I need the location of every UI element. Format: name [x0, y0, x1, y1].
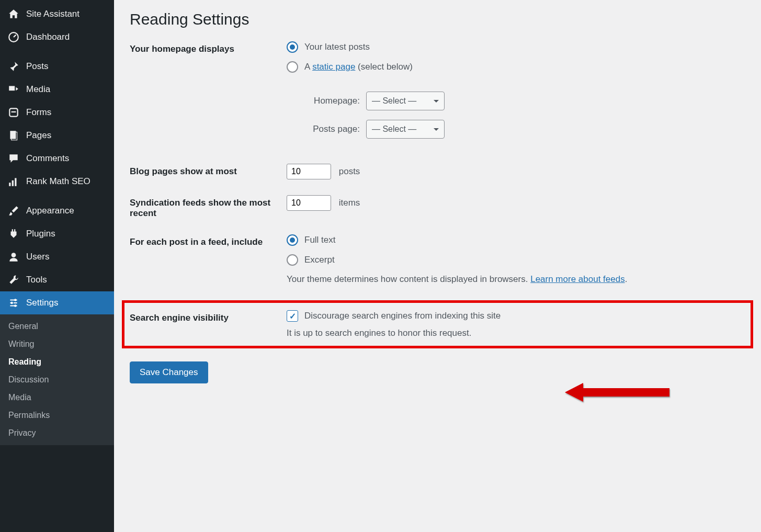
sidebar-item-label: Comments: [26, 153, 69, 164]
settings-submenu: General Writing Reading Discussion Media…: [0, 314, 114, 445]
sidebar-item-site-assistant[interactable]: Site Assistant: [0, 3, 114, 26]
sidebar-item-users[interactable]: Users: [0, 245, 114, 268]
visibility-description: It is up to search engines to honor this…: [287, 328, 745, 338]
static-page-link[interactable]: static page: [312, 62, 355, 72]
feed-description: Your theme determines how content is dis…: [287, 274, 745, 285]
user-icon: [7, 251, 20, 263]
brush-icon: [7, 205, 20, 217]
homepage-displays-label: Your homepage displays: [130, 41, 287, 54]
sidebar-item-label: Appearance: [26, 206, 74, 216]
submenu-item-media[interactable]: Media: [0, 389, 114, 406]
pin-icon: [7, 60, 20, 73]
save-changes-button[interactable]: Save Changes: [130, 361, 208, 383]
discourage-search-checkbox[interactable]: [287, 310, 298, 322]
submenu-item-discussion[interactable]: Discussion: [0, 371, 114, 389]
radio-static-page[interactable]: [287, 61, 298, 73]
syndication-label: Syndication feeds show the most recent: [130, 195, 287, 219]
posts-page-select-label: Posts page:: [297, 124, 360, 134]
learn-more-feeds-link[interactable]: Learn more about feeds: [530, 274, 625, 284]
sidebar-item-label: Settings: [26, 298, 58, 308]
sidebar-item-label: Pages: [26, 130, 51, 141]
sidebar-item-forms[interactable]: Forms: [0, 101, 114, 124]
sidebar-item-appearance[interactable]: Appearance: [0, 199, 114, 222]
blog-pages-label: Blog pages show at most: [130, 164, 287, 177]
sidebar-item-label: Dashboard: [26, 32, 70, 42]
blog-pages-input[interactable]: [287, 164, 331, 179]
radio-label-excerpt: Excerpt: [304, 255, 335, 265]
radio-excerpt[interactable]: [287, 254, 298, 266]
svg-point-11: [11, 302, 13, 304]
radio-label-static-page: A static page (select below): [304, 62, 413, 72]
sidebar-item-media[interactable]: Media: [0, 78, 114, 101]
svg-rect-7: [12, 180, 14, 186]
visibility-highlight: Search engine visibility Discourage sear…: [122, 300, 753, 348]
feed-include-label: For each post in a feed, include: [130, 234, 287, 247]
submenu-item-permalinks[interactable]: Permalinks: [0, 406, 114, 424]
sidebar-item-settings[interactable]: Settings: [0, 291, 114, 314]
sidebar-item-plugins[interactable]: Plugins: [0, 222, 114, 245]
blog-pages-unit: posts: [339, 166, 360, 176]
sidebar-item-label: Posts: [26, 61, 49, 72]
main-content: Reading Settings Your homepage displays …: [114, 0, 761, 532]
sidebar-item-label: Tools: [26, 275, 47, 285]
radio-latest-posts[interactable]: [287, 41, 298, 53]
sidebar-item-label: Plugins: [26, 229, 55, 239]
sidebar-item-label: Media: [26, 84, 50, 95]
submenu-item-writing[interactable]: Writing: [0, 335, 114, 353]
sidebar-item-pages[interactable]: Pages: [0, 124, 114, 147]
home-icon: [7, 8, 20, 20]
dashboard-icon: [7, 31, 20, 43]
sidebar-item-tools[interactable]: Tools: [0, 268, 114, 291]
settings-icon: [7, 297, 20, 309]
homepage-select-label: Homepage:: [297, 96, 360, 106]
radio-full-text[interactable]: [287, 234, 298, 246]
pages-icon: [7, 129, 20, 142]
forms-icon: [7, 106, 20, 119]
svg-rect-6: [9, 183, 10, 186]
radio-label-full-text: Full text: [304, 235, 336, 245]
svg-point-12: [14, 304, 16, 307]
sidebar-item-comments[interactable]: Comments: [0, 147, 114, 170]
page-title: Reading Settings: [130, 10, 745, 28]
discourage-search-label: Discourage search engines from indexing …: [304, 311, 501, 321]
plugin-icon: [7, 228, 20, 240]
seo-icon: [7, 175, 20, 188]
sidebar-item-posts[interactable]: Posts: [0, 55, 114, 78]
posts-page-select[interactable]: — Select —: [366, 120, 445, 139]
comments-icon: [7, 152, 20, 165]
sidebar-item-label: Rank Math SEO: [26, 176, 90, 187]
svg-rect-8: [15, 178, 16, 186]
sidebar-item-label: Users: [26, 252, 49, 262]
svg-rect-3: [12, 111, 16, 112]
sidebar-item-dashboard[interactable]: Dashboard: [0, 26, 114, 49]
annotation-arrow-icon: [560, 377, 675, 408]
radio-label-latest-posts: Your latest posts: [304, 42, 370, 52]
sidebar-item-label: Forms: [26, 107, 51, 118]
media-icon: [7, 83, 20, 96]
sidebar-item-seo[interactable]: Rank Math SEO: [0, 170, 114, 193]
wrench-icon: [7, 274, 20, 286]
svg-point-9: [12, 253, 16, 257]
homepage-select[interactable]: — Select —: [366, 92, 445, 110]
submenu-item-general[interactable]: General: [0, 318, 114, 335]
admin-sidebar: Site Assistant Dashboard Posts Media For…: [0, 0, 114, 532]
syndication-unit: items: [339, 198, 360, 208]
submenu-item-reading[interactable]: Reading: [0, 353, 114, 371]
svg-point-10: [14, 299, 16, 301]
svg-rect-1: [9, 86, 15, 90]
syndication-input[interactable]: [287, 195, 331, 211]
visibility-label: Search engine visibility: [130, 310, 287, 323]
sidebar-item-label: Site Assistant: [26, 9, 79, 19]
submenu-item-privacy[interactable]: Privacy: [0, 424, 114, 442]
svg-marker-13: [565, 383, 669, 402]
